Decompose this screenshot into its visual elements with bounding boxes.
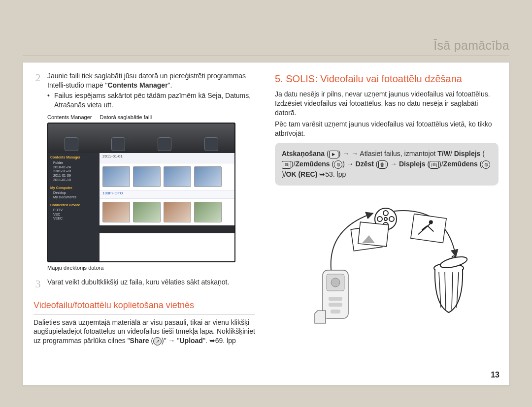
screenshot-sidebar: Contents Manager Folder 2010-01-24 2381-… — [48, 153, 100, 261]
play-icon — [329, 151, 338, 158]
fig-label-left: Contents Manager — [47, 114, 92, 121]
step-2: 2 Jaunie faili tiek saglabāti jūsu dator… — [33, 71, 255, 110]
step5-heading: 5. SOLIS: Videofailu vai fotoattēlu dzēš… — [275, 72, 499, 86]
share-icon — [153, 337, 162, 345]
figure-caption: Mapju direktorijs datorā — [47, 264, 255, 272]
svg-rect-13 — [329, 297, 342, 301]
side1-title: Contents Manager — [50, 155, 98, 159]
svg-rect-15 — [331, 310, 340, 313]
underwater-icon — [482, 160, 490, 169]
display-icon — [430, 161, 439, 169]
page-header: Īsā pamācība — [23, 38, 509, 56]
screenshot-toolbar — [48, 124, 234, 153]
delete-illustration — [275, 196, 499, 324]
sharing-paragraph: Dalieties savā uzņemtajā materiālā ar vi… — [33, 318, 255, 346]
step-number: 2 — [33, 72, 42, 83]
figure-block: Contents Manager Datorā saglabātie faili… — [33, 114, 255, 272]
svg-rect-14 — [329, 303, 342, 307]
illustration-svg — [298, 196, 475, 324]
side2-title: My Computer — [50, 186, 98, 190]
right-column: 5. SOLIS: Videofailu vai fotoattēlu dzēš… — [266, 63, 509, 385]
step2-bullet: Failus iespējams sakārtot pēc tādām pazī… — [47, 91, 255, 110]
underwater-icon — [334, 160, 342, 169]
step2-text-b: ". — [168, 81, 172, 89]
header-title: Īsā pamācība — [433, 38, 509, 53]
manual-page: 2 Jaunie faili tiek saglabāti jūsu dator… — [23, 63, 509, 385]
fig-label-right: Datorā saglabātie faili — [100, 114, 152, 121]
intelli-studio-screenshot: Contents Manager Folder 2010-01-24 2381-… — [47, 123, 235, 262]
step-body: Jaunie faili tiek saglabāti jūsu datorā … — [47, 71, 255, 110]
svg-point-12 — [331, 278, 340, 287]
figure-labels: Contents Manager Datorā saglabātie faili — [47, 114, 255, 121]
screenshot-sub-header: 100PHOTO — [100, 190, 234, 199]
procedure-infobox: Atskaņošana () → → Atlasiet failus, izma… — [275, 143, 499, 186]
side3-title: Connected Device — [50, 203, 98, 207]
svg-rect-8 — [411, 214, 446, 243]
trash-icon — [378, 160, 386, 169]
step-3: 3 Varat veikt dubultklikšķi uz faila, ku… — [33, 278, 255, 289]
step5-p1: Ja datu nesējs ir pilns, nevar uzņemt ja… — [275, 90, 499, 118]
left-column: 2 Jaunie faili tiek saglabāti jūsu dator… — [23, 63, 266, 385]
page-number: 13 — [491, 371, 499, 379]
display-icon — [282, 161, 291, 169]
screenshot-main-header: 2011-01-01 — [100, 153, 234, 163]
sharing-subheading: Videofailu/fotoattēlu koplietošana vietn… — [33, 299, 255, 314]
screenshot-main: 2011-01-01 100PHOTO — [100, 153, 234, 261]
step2-bold: Contents Manager — [107, 81, 167, 89]
step-number: 3 — [33, 279, 42, 289]
step5-p2: Pēc tam varēsit uzņemt jaunus videofailu… — [275, 120, 499, 138]
step3-text: Varat veikt dubultklikšķi uz faila, kuru… — [47, 278, 255, 287]
